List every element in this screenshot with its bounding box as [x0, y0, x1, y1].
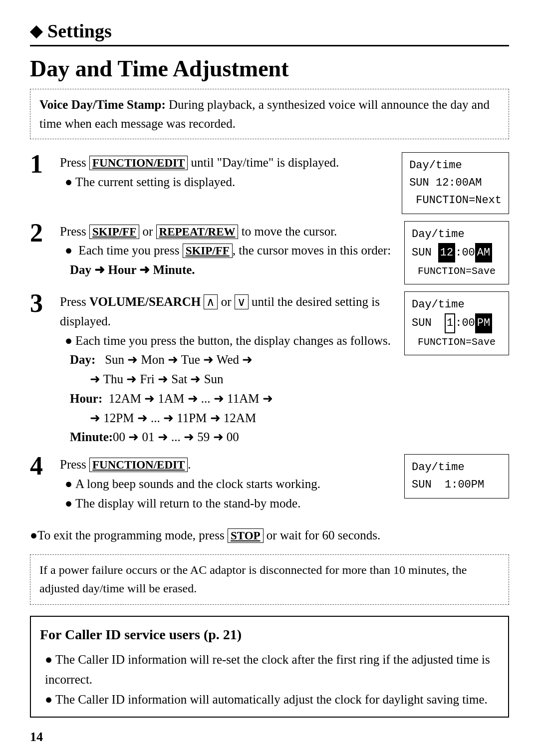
step-4-bullet2: The display will return to the stand-by … [65, 494, 394, 513]
hour-label: Hour: [70, 392, 102, 405]
step-2: 2 Press SKIP/FF or REPEAT/REW to move th… [30, 219, 509, 285]
step-2-number: 2 [30, 220, 60, 246]
skip-ff-btn-1: SKIP/FF [89, 225, 139, 239]
step-3-display: Day/timeSUN 1:00PM FUNCTION=Save [404, 291, 509, 355]
power-warning: If a power failure occurs or the AC adap… [30, 554, 509, 604]
step-4-content: Press FUNCTION/EDIT. A long beep sounds … [60, 452, 394, 513]
step-3-day-row2: ➜ Thu ➜ Fri ➜ Sat ➜ Sun [90, 370, 394, 389]
vol-up-btn: ∧ [204, 294, 218, 309]
step-2-bullet1: Each time you press SKIP/FF, the cursor … [65, 241, 394, 260]
repeat-rew-btn-1: REPEAT/REW [156, 225, 239, 239]
step-2-content: Press SKIP/FF or REPEAT/REW to move the … [60, 219, 394, 280]
page-number: 14 [30, 730, 509, 745]
step-3-day-row: Day: Sun ➜ Mon ➜ Tue ➜ Wed ➜ [70, 350, 394, 370]
step-3-hour-row: Hour: 12AM ➜ 1AM ➜ ... ➜ 11AM ➜ [70, 389, 394, 409]
day-label: Day: [70, 353, 95, 366]
step-3-min-row: Minute:00 ➜ 01 ➜ ... ➜ 59 ➜ 00 [70, 428, 394, 447]
step-4-instruction: Press FUNCTION/EDIT. [60, 455, 394, 475]
step-1-instruction: Press FUNCTION/EDIT until "Day/time" is … [60, 153, 392, 173]
settings-arrow-icon: ◆ [30, 21, 42, 40]
caller-id-bullet1: The Caller ID information will re-set th… [45, 650, 499, 690]
caller-id-ref: (p. 21) [200, 627, 242, 642]
step-3-cursor-pm: PM [475, 313, 492, 333]
step-4-display: Day/time SUN 1:00PM [404, 454, 509, 498]
function-edit-btn-4: FUNCTION/EDIT [89, 458, 188, 472]
step-3-number: 3 [30, 290, 60, 316]
minute-label: Minute: [70, 430, 113, 444]
step-3-instruction: Press VOLUME/SEARCH ∧ or ∨ until the des… [60, 292, 394, 331]
page-header: ◆ Settings [30, 20, 509, 46]
info-box-bold: Voice Day/Time Stamp: [39, 98, 166, 111]
step-2-display: Day/timeSUN 12:00AM FUNCTION=Save [404, 221, 509, 285]
steps-area: 1 Press FUNCTION/EDIT until "Day/time" i… [30, 150, 509, 518]
step-4-bullet1: A long beep sounds and the clock starts … [65, 475, 394, 494]
vol-down-btn: ∨ [235, 294, 249, 309]
stop-note: ●To exit the programming mode, press STO… [30, 526, 509, 545]
step-1-display: Day/time SUN 12:00AM FUNCTION=Next [402, 152, 509, 214]
volume-search-label: VOLUME/SEARCH [89, 295, 201, 308]
step-3-cursor-hour: 1 [445, 313, 455, 333]
step-1-number: 1 [30, 151, 60, 177]
step-1-content: Press FUNCTION/EDIT until "Day/time" is … [60, 150, 392, 192]
step-1-bullet1: The current setting is displayed. [65, 173, 392, 192]
step-2-cursor-hour: 12 [438, 243, 455, 262]
step-3-content: Press VOLUME/SEARCH ∧ or ∨ until the des… [60, 289, 394, 447]
step-2-cursor-am: AM [475, 243, 492, 262]
function-edit-btn-1: FUNCTION/EDIT [89, 156, 188, 170]
step-3-bullet1: Each time you press the button, the disp… [65, 331, 394, 351]
step-2-order: Day ➜ Hour ➜ Minute. [70, 260, 394, 280]
caller-id-bullet2: The Caller ID information will automatic… [45, 690, 499, 710]
step-3: 3 Press VOLUME/SEARCH ∧ or ∨ until the d… [30, 289, 509, 447]
section-title: Day and Time Adjustment [30, 55, 509, 82]
step-4-number: 4 [30, 453, 60, 479]
skip-ff-btn-2: SKIP/FF [183, 244, 233, 258]
page-header-title: Settings [47, 20, 112, 42]
info-box: Voice Day/Time Stamp: During playback, a… [30, 89, 509, 139]
step-3-hour-row2: ➜ 12PM ➜ ... ➜ 11PM ➜ 12AM [90, 409, 394, 428]
step-1: 1 Press FUNCTION/EDIT until "Day/time" i… [30, 150, 509, 214]
step-4: 4 Press FUNCTION/EDIT. A long beep sound… [30, 452, 509, 513]
stop-btn: STOP [228, 528, 264, 543]
caller-id-title: For Caller ID service users (p. 21) [40, 624, 499, 646]
step-2-instruction: Press SKIP/FF or REPEAT/REW to move the … [60, 222, 394, 242]
caller-id-box: For Caller ID service users (p. 21) The … [30, 616, 509, 718]
